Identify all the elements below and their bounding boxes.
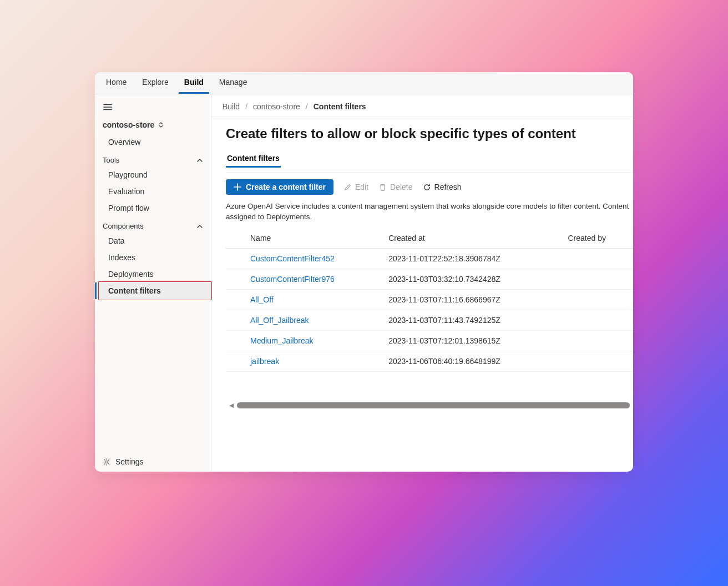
created-at-cell: 2023-11-01T22:52:18.3906784Z (384, 248, 563, 269)
create-label: Create a content filter (246, 183, 326, 191)
created-at-cell: 2023-11-06T06:40:19.6648199Z (384, 351, 563, 371)
col-created-by[interactable]: Created by (563, 228, 633, 249)
plus-icon (234, 183, 241, 191)
subtabs: Content filters (226, 150, 633, 168)
breadcrumb-item[interactable]: Build (223, 102, 240, 111)
description: Azure OpenAI Service includes a content … (226, 199, 633, 228)
store-picker[interactable]: contoso-store (95, 118, 211, 134)
filter-name-link[interactable]: All_Off_Jailbreak (250, 316, 309, 325)
breadcrumb-current: Content filters (314, 102, 366, 111)
sidebar-item-indexes[interactable]: Indexes (95, 249, 211, 266)
sidebar: contoso-store Overview Tools Playground … (95, 94, 211, 472)
app-shell: Home Explore Build Manage contoso-store … (95, 72, 633, 472)
subtab-content-filters[interactable]: Content filters (226, 150, 281, 168)
refresh-label: Refresh (434, 183, 462, 191)
store-name: contoso-store (103, 120, 154, 129)
row-spacer (226, 310, 246, 330)
sidebar-item-deployments[interactable]: Deployments (95, 266, 211, 282)
created-at-cell: 2023-11-03T07:11:16.6866967Z (384, 289, 563, 310)
svg-point-0 (105, 461, 108, 463)
hamburger-icon[interactable] (95, 100, 211, 118)
created-at-cell: 2023-11-03T03:32:10.7342428Z (384, 269, 563, 289)
breadcrumb: Build / contoso-store / Content filters (211, 94, 633, 117)
settings-label: Settings (115, 457, 144, 466)
refresh-icon (423, 183, 431, 191)
page-title: Create filters to allow or block specifi… (226, 126, 633, 142)
created-by-cell (563, 310, 633, 330)
scroll-track[interactable] (237, 402, 630, 408)
edit-label: Edit (355, 183, 368, 191)
table-row[interactable]: All_Off_Jailbreak2023-11-03T07:11:43.749… (226, 310, 633, 330)
chevron-up-icon (196, 223, 203, 230)
refresh-button[interactable]: Refresh (423, 183, 462, 191)
filters-table: Name Created at Created by CustomContent… (226, 228, 633, 372)
sidebar-item-content-filters[interactable]: Content filters (95, 282, 211, 299)
chevron-up-icon (196, 157, 203, 164)
topnav-tab-home[interactable]: Home (100, 72, 132, 94)
filter-name-link[interactable]: Medium_Jailbreak (250, 336, 314, 345)
created-by-cell (563, 289, 633, 310)
filter-name-link[interactable]: jailbreak (250, 357, 279, 366)
col-name[interactable]: Name (246, 228, 384, 249)
sidebar-item-playground[interactable]: Playground (95, 166, 211, 183)
delete-button[interactable]: Delete (378, 183, 412, 191)
sidebar-settings[interactable]: Settings (95, 452, 211, 472)
sidebar-item-data[interactable]: Data (95, 233, 211, 249)
edit-button[interactable]: Edit (343, 183, 368, 191)
col-created-at[interactable]: Created at (384, 228, 563, 249)
created-by-cell (563, 269, 633, 289)
row-spacer (226, 248, 246, 269)
row-spacer (226, 330, 246, 351)
topnav-tab-explore[interactable]: Explore (136, 72, 174, 94)
topnav-tab-build[interactable]: Build (179, 72, 209, 94)
row-spacer (226, 351, 246, 371)
filter-name-link[interactable]: CustomContentFilter976 (250, 275, 335, 284)
created-by-cell (563, 330, 633, 351)
delete-label: Delete (390, 183, 412, 191)
filter-name-link[interactable]: CustomContentFilter452 (250, 254, 335, 263)
section-label: Components (103, 222, 144, 230)
sidebar-section-tools[interactable]: Tools (95, 150, 211, 166)
scroll-left-icon[interactable]: ◀ (229, 402, 234, 409)
trash-icon (378, 183, 387, 191)
create-content-filter-button[interactable]: Create a content filter (226, 179, 333, 195)
col-spacer (226, 228, 246, 249)
topnav-tab-manage[interactable]: Manage (214, 72, 253, 94)
breadcrumb-item[interactable]: contoso-store (253, 102, 300, 111)
table-row[interactable]: All_Off2023-11-03T07:11:16.6866967Z (226, 289, 633, 310)
sidebar-item-evaluation[interactable]: Evaluation (95, 183, 211, 200)
sidebar-item-overview[interactable]: Overview (95, 134, 211, 150)
breadcrumb-sep: / (245, 102, 247, 111)
gear-icon (103, 458, 111, 466)
table-row[interactable]: Medium_Jailbreak2023-11-03T07:12:01.1398… (226, 330, 633, 351)
top-nav: Home Explore Build Manage (95, 72, 633, 94)
row-spacer (226, 289, 246, 310)
breadcrumb-sep: / (306, 102, 308, 111)
toolbar: Create a content filter Edit Delete Refr… (226, 172, 633, 199)
table-row[interactable]: CustomContentFilter4522023-11-01T22:52:1… (226, 248, 633, 269)
table-row[interactable]: CustomContentFilter9762023-11-03T03:32:1… (226, 269, 633, 289)
table-row[interactable]: jailbreak2023-11-06T06:40:19.6648199Z (226, 351, 633, 371)
created-by-cell (563, 248, 633, 269)
created-at-cell: 2023-11-03T07:12:01.1398615Z (384, 330, 563, 351)
sidebar-section-components[interactable]: Components (95, 216, 211, 233)
section-label: Tools (103, 156, 119, 164)
content-card: Create filters to allow or block specifi… (211, 117, 633, 472)
main: Build / contoso-store / Content filters … (211, 94, 633, 472)
horizontal-scrollbar[interactable]: ◀ (229, 402, 630, 409)
edit-icon (343, 183, 352, 191)
filter-name-link[interactable]: All_Off (250, 295, 274, 304)
chevron-updown-icon (158, 122, 164, 128)
row-spacer (226, 269, 246, 289)
created-at-cell: 2023-11-03T07:11:43.7492125Z (384, 310, 563, 330)
created-by-cell (563, 351, 633, 371)
sidebar-item-promptflow[interactable]: Prompt flow (95, 200, 211, 216)
